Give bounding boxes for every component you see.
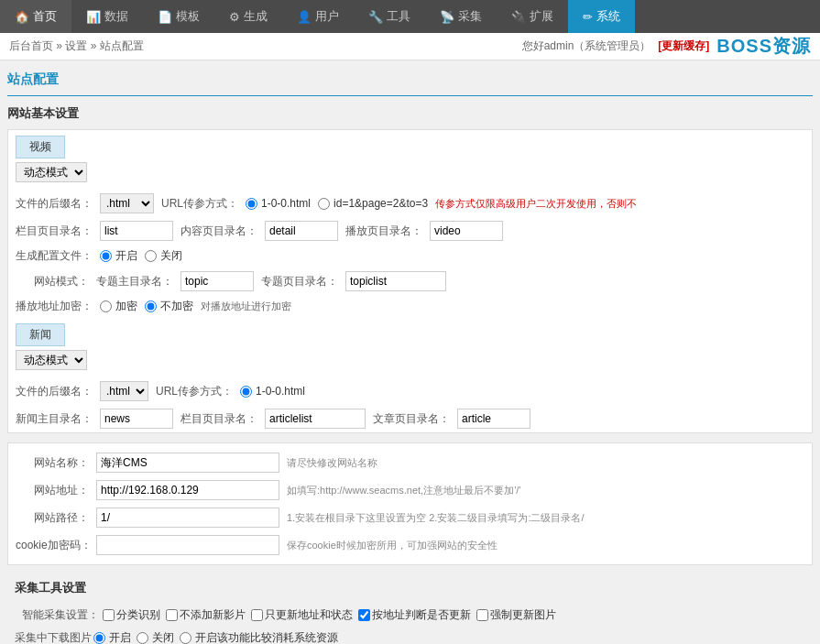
nav-tools[interactable]: 🔧 工具 <box>354 0 425 33</box>
nav-collect-label: 采集 <box>458 8 482 25</box>
video-config-section: 视频 动态模式 静态模式 文件的后缀名： .html .htm .shtml U… <box>7 129 813 433</box>
news-mode-row: 动态模式 静态模式 <box>16 350 804 370</box>
site-path-hint: 1.安装在根目录下这里设置为空 2.安装二级目录填写为:二级目录名/ <box>287 511 585 525</box>
video-suffix-row: 文件的后缀名： .html .htm .shtml URL传参方式： 1-0-0… <box>8 190 812 217</box>
nav-data-label: 数据 <box>104 8 128 25</box>
main-content: 站点配置 网站基本设置 视频 动态模式 静态模式 文件的后缀名： .html .… <box>0 60 820 644</box>
video-encrypt-on-input[interactable] <box>100 300 112 312</box>
nav-user-label: 用户 <box>315 8 339 25</box>
data-icon: 📊 <box>86 10 101 24</box>
site-path-input[interactable] <box>96 508 279 528</box>
home-icon: 🏠 <box>15 10 29 24</box>
section-basic-title: 网站基本设置 <box>7 105 813 122</box>
video-url-radio-1-0-input[interactable] <box>246 198 257 210</box>
checkbox-url-judge: 按地址判断是否更新 <box>358 607 471 623</box>
nav-generate-label: 生成 <box>244 8 268 25</box>
download-open-input[interactable] <box>93 632 105 644</box>
download-option-label: 开启该功能比较消耗系统资源 <box>195 630 338 644</box>
nav-template[interactable]: 📄 模板 <box>143 0 214 33</box>
news-mode-select[interactable]: 动态模式 静态模式 <box>16 350 87 370</box>
video-site-mode-label: 网站模式： <box>16 274 89 289</box>
news-dir3-input[interactable] <box>457 409 530 429</box>
checkbox-category-input[interactable] <box>103 609 115 621</box>
header-bar: 后台首页 » 设置 » 站点配置 您好admin（系统管理员） [更新缓存] B… <box>0 33 820 60</box>
news-dir1-label: 新闻主目录名： <box>16 411 93 427</box>
collection-section: 采集工具设置 智能采集设置： 分类识别 不添加新影片 只更新地址和状态 <box>7 574 813 644</box>
nav-home-label: 首页 <box>33 8 57 25</box>
nav-collect[interactable]: 📡 采集 <box>425 0 497 33</box>
site-name-hint: 请尽快修改网站名称 <box>287 456 377 470</box>
site-url-input[interactable] <box>96 480 279 500</box>
video-suffix-label: 文件的后缀名： <box>16 196 93 212</box>
video-encrypt-off-input[interactable] <box>145 300 157 312</box>
video-dir2-input[interactable] <box>265 221 338 241</box>
nav-template-label: 模板 <box>176 8 200 25</box>
news-dir1-input[interactable] <box>100 409 173 429</box>
video-url-radio-id-input[interactable] <box>318 198 330 210</box>
video-dir1-input[interactable] <box>100 221 173 241</box>
site-name-input[interactable] <box>96 453 279 473</box>
site-path-row: 网站路径： 1.安装在根目录下这里设置为空 2.安装二级目录填写为:二级目录名/ <box>8 504 812 531</box>
update-cache-link[interactable]: [更新缓存] <box>658 38 709 54</box>
video-special-main-label: 专题主目录名： <box>96 274 173 289</box>
video-site-mode-row: 网站模式： 专题主目录名： 专题页目录名： <box>8 267 812 295</box>
nav-generate[interactable]: ⚙ 生成 <box>214 0 282 33</box>
video-suffix-select[interactable]: .html .htm .shtml <box>100 193 154 213</box>
extend-icon: 🔌 <box>511 10 526 24</box>
download-option-input[interactable] <box>180 632 191 644</box>
checkbox-force-img: 强制更新图片 <box>476 607 556 623</box>
video-encrypt-off: 不加密 <box>145 299 193 314</box>
news-tab-label: 新闻 <box>29 328 51 341</box>
video-url-method-label: URL传参方式： <box>161 196 238 212</box>
video-special-page-input[interactable] <box>345 271 446 291</box>
video-special-page-label: 专题页目录名： <box>261 274 338 289</box>
video-mode-row: 动态模式 静态模式 <box>16 162 804 182</box>
generate-icon: ⚙ <box>229 10 240 24</box>
video-encrypt-hint: 对播放地址进行加密 <box>201 300 291 313</box>
download-row: 采集中下载图片： 开启 关闭 开启该功能比较消耗系统资源 <box>15 628 805 644</box>
nav-extend[interactable]: 🔌 扩展 <box>497 0 568 33</box>
checkbox-category: 分类识别 <box>103 607 160 623</box>
video-url-id-label: id=1&page=2&to=3 <box>333 197 428 210</box>
site-cookie-input[interactable] <box>96 535 279 555</box>
download-label: 采集中下载图片： <box>15 630 88 644</box>
checkbox-category-label: 分类识别 <box>116 607 160 623</box>
checkbox-force-img-input[interactable] <box>476 609 488 621</box>
news-url-radio-1-0-input[interactable] <box>240 386 252 398</box>
video-url-1-0-label: 1-0-0.html <box>261 197 311 210</box>
nav-user[interactable]: 👤 用户 <box>282 0 354 33</box>
site-url-row: 网站地址： 如填写:http://www.seacms.net,注意地址最后不要… <box>8 476 812 504</box>
site-settings-section: 网站名称： 请尽快修改网站名称 网站地址： 如填写:http://www.sea… <box>7 442 813 565</box>
download-option: 开启该功能比较消耗系统资源 <box>180 630 338 644</box>
download-close: 关闭 <box>137 630 174 644</box>
video-config-open-input[interactable] <box>100 250 112 262</box>
nav-tools-label: 工具 <box>387 8 410 25</box>
news-suffix-select[interactable]: .html .htm <box>100 381 148 401</box>
breadcrumb: 后台首页 » 设置 » 站点配置 <box>9 38 144 54</box>
checkbox-update-only-input[interactable] <box>251 609 263 621</box>
checkbox-update-only: 只更新地址和状态 <box>251 607 353 623</box>
nav-home[interactable]: 🏠 首页 <box>0 0 71 33</box>
checkbox-force-img-label: 强制更新图片 <box>490 607 556 623</box>
video-config-close: 关闭 <box>145 248 182 264</box>
site-cookie-row: cookie加密码： 保存cookie时候加密所用，可加强网站的安全性 <box>8 531 812 559</box>
video-dir1-label: 栏目页目录名： <box>16 224 93 239</box>
checkbox-url-judge-input[interactable] <box>358 609 370 621</box>
collect-icon: 📡 <box>440 10 454 24</box>
video-dir3-input[interactable] <box>430 221 503 241</box>
page-title: 站点配置 <box>7 68 813 96</box>
video-mode-select[interactable]: 动态模式 静态模式 <box>16 162 87 182</box>
download-open-label: 开启 <box>109 630 131 644</box>
download-close-input[interactable] <box>137 632 148 644</box>
video-special-main-input[interactable] <box>180 271 254 291</box>
video-url-warning: 传参方式仅限高级用户二次开发使用，否则不 <box>435 197 804 211</box>
nav-data[interactable]: 📊 数据 <box>71 0 143 33</box>
smart-collect-row: 智能采集设置： 分类识别 不添加新影片 只更新地址和状态 按地址判断是否更新 <box>15 602 805 628</box>
template-icon: 📄 <box>158 10 172 24</box>
checkbox-url-judge-label: 按地址判断是否更新 <box>372 607 471 623</box>
video-config-close-input[interactable] <box>145 250 157 262</box>
video-encrypt-on-label: 加密 <box>115 299 137 314</box>
nav-system[interactable]: ✏ 系统 <box>568 0 635 33</box>
checkbox-no-new-input[interactable] <box>166 609 178 621</box>
news-dir2-input[interactable] <box>265 409 366 429</box>
